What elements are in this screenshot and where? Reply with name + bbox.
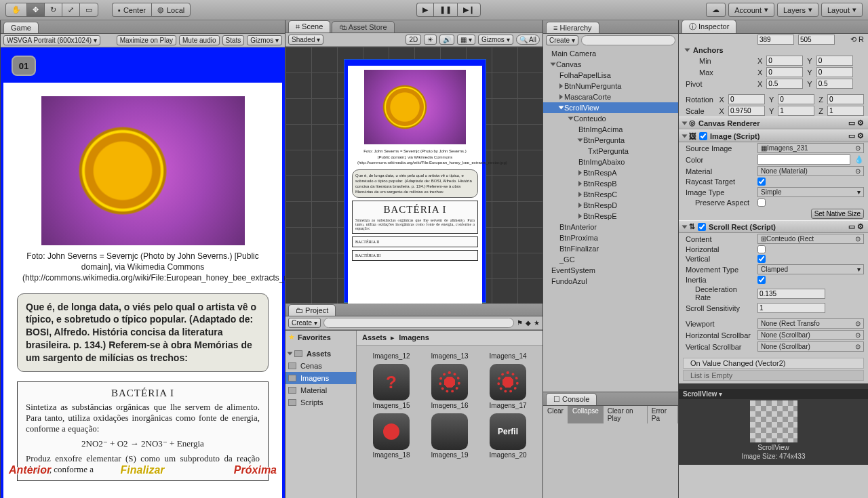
asset-item[interactable]: Imagens_13 (423, 352, 476, 360)
asset-item[interactable]: PerfilImagens_20 (481, 413, 534, 459)
prev-button[interactable]: Anterior (9, 464, 51, 476)
rot-y[interactable] (778, 94, 814, 104)
asset-item[interactable]: Imagens_17 (481, 364, 534, 409)
pivot-local-button[interactable]: ◍ Local (151, 3, 191, 17)
anchor-max-y[interactable] (816, 67, 853, 77)
scale-y[interactable] (778, 106, 814, 116)
search-type-icon[interactable]: ◆ (526, 319, 531, 327)
anchor-max-x[interactable] (766, 67, 803, 77)
hier-canvas[interactable]: Canvas (543, 59, 678, 70)
console-error-pause[interactable]: Error Pa (648, 406, 678, 423)
asset-item[interactable]: Imagens_14 (481, 352, 534, 360)
asset-item[interactable]: Imagens_15 (365, 364, 418, 409)
image-enabled[interactable] (699, 132, 707, 140)
layers-dropdown[interactable]: Layers ▾ (777, 3, 818, 17)
assets-row[interactable]: Assets (285, 348, 356, 360)
scene-viewport[interactable]: Foto: John Severns = Severnjc (Photo by … (285, 47, 542, 304)
source-image-slot[interactable]: ▦ Imagens_231⊙ (757, 143, 864, 153)
project-search[interactable] (323, 318, 514, 328)
console-collapse[interactable]: Collapse (568, 406, 604, 423)
inertia-checkbox[interactable] (757, 276, 766, 284)
hier-btn-pergunta[interactable]: BtnPergunta (543, 135, 678, 146)
search-save-icon[interactable]: ★ (534, 319, 540, 327)
hsb-slot[interactable]: None (Scrollbar)⊙ (757, 330, 864, 340)
scale-x[interactable] (728, 106, 765, 116)
hand-tool[interactable]: ✋ (5, 3, 26, 17)
light-toggle-icon[interactable]: ☀ (424, 35, 437, 45)
draw-mode-dropdown[interactable]: Shaded ▾ (288, 35, 323, 45)
fx-toggle-icon[interactable]: ▦ ▾ (457, 35, 475, 45)
hier-resp-d[interactable]: BtnRespD (543, 200, 678, 211)
hier-eventsystem[interactable]: EventSystem (543, 265, 678, 276)
cloud-button[interactable]: ☁ (706, 3, 726, 17)
asset-item[interactable]: Imagens_18 (365, 413, 418, 459)
hier-resp-c[interactable]: BtnRespC (543, 189, 678, 200)
viewport-slot[interactable]: None (Rect Transfo⊙ (757, 318, 864, 329)
rot-x[interactable] (728, 94, 765, 104)
hier-btnnum[interactable]: BtnNumPergunta (543, 81, 678, 91)
tab-inspector[interactable]: ⓘ Inspector (682, 20, 736, 33)
gizmos-toggle[interactable]: Gizmos ▾ (247, 35, 282, 45)
stats-toggle[interactable]: Stats (222, 35, 245, 45)
tab-console[interactable]: ☐ Console (546, 393, 597, 405)
account-dropdown[interactable]: Account ▾ (728, 3, 774, 17)
hier-fundoazul[interactable]: FundoAzul (543, 276, 678, 287)
scrollrect-header[interactable]: ⇅ Scroll Rect (Script)▭ ⚙ (679, 220, 868, 233)
vsb-slot[interactable]: None (Scrollbar)⊙ (757, 341, 864, 352)
pause-button[interactable]: ❚❚ (433, 3, 457, 17)
hier-prox[interactable]: BtnProxima (543, 232, 678, 243)
hier-scrollview[interactable]: ScrollView (543, 102, 678, 113)
hier-conteudo[interactable]: Conteudo (543, 113, 678, 124)
tab-asset-store[interactable]: 🛍 Asset Store (332, 21, 394, 33)
hier-mascara[interactable]: MascaraCorte (543, 91, 678, 102)
raycast-checkbox[interactable] (757, 178, 766, 186)
maximize-toggle[interactable]: Maximize on Play (117, 35, 176, 45)
pivot-x[interactable] (766, 79, 803, 89)
set-native-size-button[interactable]: Set Native Size (811, 209, 864, 219)
hier-resp-e[interactable]: BtnRespE (543, 211, 678, 222)
material-slot[interactable]: None (Material)⊙ (757, 166, 864, 176)
hier-ant[interactable]: BtnAnterior (543, 222, 678, 232)
next-button[interactable]: Próxima (234, 464, 277, 476)
tab-game[interactable]: Game (3, 22, 39, 33)
sens-input[interactable] (757, 303, 825, 313)
project-breadcrumb[interactable]: Assets ▸ Imagens (357, 331, 542, 346)
console-clear[interactable]: Clear (543, 406, 568, 423)
asset-item[interactable]: Imagens_12 (365, 352, 418, 360)
hier-fin[interactable]: BtnFinalizar (543, 243, 678, 254)
movetype-dropdown[interactable]: Clamped▾ (757, 264, 864, 274)
preserve-checkbox[interactable] (757, 199, 766, 207)
scene-gizmos-dropdown[interactable]: Gizmos ▾ (478, 35, 513, 45)
pos-x[interactable] (757, 35, 794, 45)
step-button[interactable]: ▶❙ (457, 3, 481, 17)
rot-z[interactable] (827, 94, 864, 104)
pivot-center-button[interactable]: ▪ Center (112, 3, 151, 17)
rotate-tool[interactable]: ↻ (44, 3, 62, 17)
audio-toggle-icon[interactable]: 🔊 (439, 35, 454, 45)
folder-cenas[interactable]: Cenas (285, 360, 356, 372)
mute-toggle[interactable]: Mute audio (179, 35, 219, 45)
content-slot[interactable]: ⊞ Conteudo (Rect⊙ (757, 234, 864, 244)
folder-imagens[interactable]: Imagens (285, 372, 356, 384)
hier-btn-acima[interactable]: BtnImgAcima (543, 124, 678, 135)
search-filter-icon[interactable]: ⚑ (517, 319, 523, 327)
tab-scene[interactable]: ⌗ Scene (288, 20, 330, 33)
move-tool[interactable]: ✥ (26, 3, 44, 17)
hier-btn-abaixo[interactable]: BtnImgAbaixo (543, 157, 678, 167)
scene-search[interactable]: 🔍 All (516, 35, 540, 45)
aspect-dropdown[interactable]: WSVGA Portrait (600x1024) ▾ (3, 35, 100, 45)
scale-tool[interactable]: ⤢ (62, 3, 79, 17)
asset-item[interactable]: Imagens_16 (423, 364, 476, 409)
rect-tool[interactable]: ▭ (79, 3, 98, 17)
folder-material[interactable]: Material (285, 384, 356, 396)
finish-button[interactable]: Finalizar (121, 464, 165, 476)
favorites-row[interactable]: ★Favorites (285, 331, 356, 344)
decel-input[interactable] (757, 289, 825, 299)
tab-hierarchy[interactable]: ≡ Hierarchy (546, 22, 599, 33)
anchor-min-y[interactable] (816, 56, 853, 66)
asset-item[interactable]: Imagens_19 (423, 413, 476, 459)
imagetype-dropdown[interactable]: Simple▾ (757, 187, 864, 197)
image-header[interactable]: 🖼 Image (Script)▭ ⚙ (679, 129, 868, 142)
2d-toggle[interactable]: 2D (406, 35, 421, 45)
project-create-dropdown[interactable]: Create ▾ (288, 318, 321, 328)
